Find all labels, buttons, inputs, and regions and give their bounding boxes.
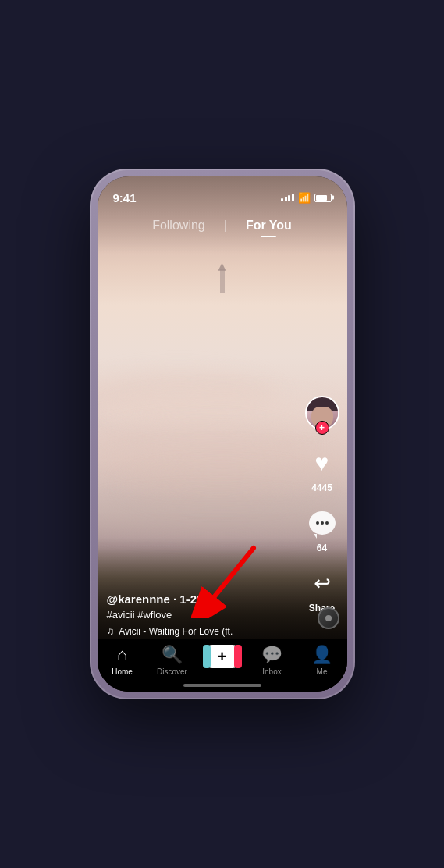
nav-divider: | <box>224 219 227 233</box>
music-disc[interactable] <box>318 607 339 629</box>
like-count: 4445 <box>311 482 332 493</box>
tower-landmark <box>220 269 225 293</box>
discover-icon: 🔍 <box>162 645 183 665</box>
creator-avatar[interactable]: + <box>305 396 339 430</box>
comment-button[interactable]: 64 <box>305 506 339 553</box>
add-plus-icon: + <box>218 648 227 666</box>
share-button[interactable]: ↪ Share <box>305 566 339 614</box>
nav-home[interactable]: ⌂ Home <box>101 645 144 676</box>
phone-screen: 9:41 📶 Following | For You <box>98 176 347 692</box>
home-label: Home <box>112 667 133 676</box>
heart-icon: ♥ <box>315 450 329 476</box>
battery-icon <box>314 194 332 202</box>
inbox-label: Inbox <box>262 667 281 676</box>
video-info-panel: @karennne · 1-28 #avicii #wflove ♫ Avici… <box>107 592 293 637</box>
comment-bubble-icon <box>309 511 336 535</box>
share-icon: ↪ <box>314 571 331 596</box>
top-navigation: Following | For You <box>98 211 347 234</box>
home-icon: ⌂ <box>117 645 127 665</box>
wifi-icon: 📶 <box>298 192 311 204</box>
me-label: Me <box>317 667 328 676</box>
nav-me[interactable]: 👤 Me <box>300 645 343 676</box>
video-username[interactable]: @karennne · 1-28 <box>107 592 293 606</box>
me-icon: 👤 <box>311 645 332 665</box>
tab-for-you[interactable]: For You <box>243 217 295 234</box>
phone-frame: 9:41 📶 Following | For You <box>90 169 355 699</box>
like-button[interactable]: ♥ 4445 <box>305 446 339 493</box>
nav-add[interactable]: + <box>201 645 243 668</box>
signal-icon <box>281 194 294 201</box>
video-hashtags[interactable]: #avicii #wflove <box>107 609 293 621</box>
video-music-info[interactable]: ♫ Avicii - Waiting For Love (ft. <box>107 625 293 637</box>
nav-discover[interactable]: 🔍 Discover <box>151 645 194 676</box>
add-button[interactable]: + <box>206 645 239 668</box>
nav-inbox[interactable]: 💬 Inbox <box>250 645 293 676</box>
comment-count: 64 <box>317 542 327 553</box>
discover-label: Discover <box>157 667 187 676</box>
music-note-icon: ♫ <box>107 625 115 637</box>
right-action-panel: + ♥ 4445 <box>305 396 339 614</box>
music-title: Avicii - Waiting For Love (ft. <box>119 626 233 637</box>
follow-plus-badge[interactable]: + <box>315 421 329 435</box>
status-bar: 9:41 📶 <box>98 176 347 211</box>
tab-following[interactable]: Following <box>149 217 208 234</box>
home-indicator <box>183 684 261 687</box>
status-icons: 📶 <box>281 192 332 204</box>
inbox-icon: 💬 <box>261 645 282 665</box>
status-time: 9:41 <box>113 191 137 205</box>
